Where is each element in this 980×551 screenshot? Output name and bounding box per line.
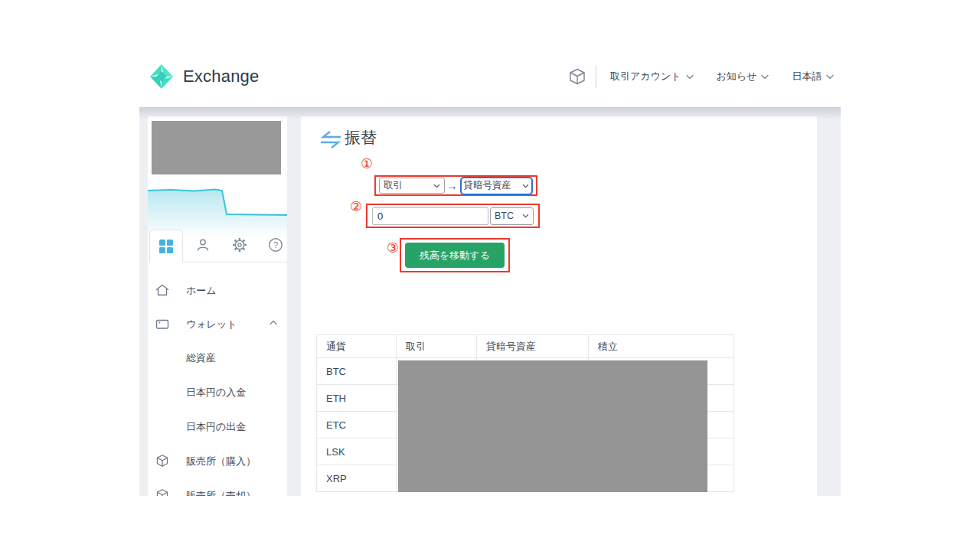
table-redacted-overlay (398, 360, 707, 492)
sidebar-item-shop-buy-label: 販売所（購入） (186, 455, 256, 468)
tab-dashboard[interactable] (149, 230, 183, 262)
nav-language-label: 日本語 (792, 70, 822, 83)
sidebar-item-shop-buy[interactable]: 販売所（購入） (148, 452, 287, 469)
sidebar-item-shop-sell[interactable]: 販売所（売却） (148, 487, 287, 496)
chevron-down-icon (826, 74, 834, 80)
currency-cell: ETC (317, 412, 397, 439)
transfer-arrow: → (447, 180, 458, 192)
svg-text:?: ? (273, 240, 278, 249)
sidebar-item-jpy-withdrawal-label: 日本円の出金 (186, 420, 246, 434)
currency-select-value: BTC (495, 210, 514, 221)
chevron-down-icon (522, 184, 529, 188)
grid-icon (158, 238, 175, 255)
tab-settings-gear-icon[interactable] (232, 237, 247, 253)
currency-cell: XRP (317, 465, 397, 492)
col-accumulation: 積立 (589, 335, 734, 358)
annotation-step-1: ① (361, 157, 373, 171)
col-lending: 貸暗号資産 (477, 335, 589, 358)
sidebar-item-jpy-deposit-label: 日本円の入金 (186, 386, 246, 399)
sidebar-item-wallet-label: ウォレット (186, 318, 237, 331)
currency-cell: ETH (317, 385, 397, 412)
header-divider (596, 65, 596, 88)
nav-notifications[interactable]: お知らせ (717, 70, 769, 83)
nav-trade-account[interactable]: 取引アカウント (610, 70, 694, 83)
sidebar-item-jpy-withdrawal[interactable]: 日本円の出金 (148, 418, 287, 435)
package-icon (155, 487, 170, 496)
wallet-icon (155, 316, 170, 331)
currency-cell: LSK (317, 439, 397, 465)
currency-select[interactable]: BTC (490, 207, 534, 225)
chevron-down-icon (522, 214, 529, 218)
transfer-from-select[interactable]: 取引 (379, 178, 445, 194)
annotation-step-3: ③ (387, 241, 399, 255)
sidebar-item-total-assets-label: 総資産 (186, 351, 216, 365)
brand-logo[interactable]: Exchange (148, 63, 259, 90)
amount-input[interactable] (372, 207, 488, 225)
move-balance-button[interactable]: 残高を移動する (405, 243, 505, 268)
col-currency: 通貨 (317, 335, 397, 358)
transfer-from-value: 取引 (384, 179, 403, 192)
chevron-down-icon (433, 184, 440, 188)
annotation-step-2: ② (350, 200, 362, 214)
transfer-to-value: 貸暗号資産 (464, 179, 512, 192)
sidebar-item-jpy-deposit[interactable]: 日本円の入金 (148, 383, 287, 400)
tab-user-icon[interactable] (195, 237, 211, 253)
page-title: 振替 (345, 127, 377, 148)
home-icon (155, 282, 170, 298)
transfer-arrows-icon (319, 130, 342, 149)
chevron-down-icon (686, 74, 694, 80)
nav-language[interactable]: 日本語 (792, 70, 834, 83)
sidebar-item-shop-sell-label: 販売所（売却） (186, 489, 256, 496)
balances-table: 通貨 取引 貸暗号資産 積立 BTC ETH ETC LSK XRP (316, 334, 733, 492)
transfer-to-select[interactable]: 貸暗号資産 (460, 177, 533, 195)
nav-trade-account-label: 取引アカウント (610, 70, 681, 83)
chevron-down-icon (761, 74, 769, 80)
cube-icon[interactable] (568, 67, 586, 86)
tab-help-icon[interactable]: ? (268, 237, 283, 253)
annotation-box-direction: 取引 → 貸暗号資産 (374, 175, 537, 196)
sidebar: ? ホーム ウォレット 総資産 日本円の入金 日本円の出金 販売所（購入） (148, 116, 287, 496)
nav-notifications-label: お知らせ (717, 70, 757, 83)
transfer-panel: 振替 ① 取引 → 貸暗号資産 ② BTC ③ 残高を移動する 通貨 取引 (301, 116, 817, 496)
table-header-row: 通貨 取引 貸暗号資産 積立 (317, 335, 734, 358)
annotation-box-amount: BTC (366, 204, 540, 228)
sidebar-item-wallet[interactable]: ウォレット (148, 315, 287, 332)
col-trade: 取引 (397, 335, 477, 358)
brand-name: Exchange (183, 67, 259, 86)
package-icon (155, 453, 170, 468)
sidebar-redacted-box (152, 121, 281, 174)
annotation-box-submit: 残高を移動する (400, 238, 510, 272)
header-nav: 取引アカウント お知らせ 日本語 (568, 64, 834, 89)
currency-cell: BTC (317, 358, 397, 385)
sidebar-item-home[interactable]: ホーム (148, 282, 287, 298)
exchange-logo-icon (148, 63, 175, 90)
sidebar-item-total-assets[interactable]: 総資産 (148, 349, 287, 366)
chevron-up-icon (270, 320, 277, 325)
sidebar-item-home-label: ホーム (186, 284, 217, 298)
tab-underline (183, 262, 287, 262)
